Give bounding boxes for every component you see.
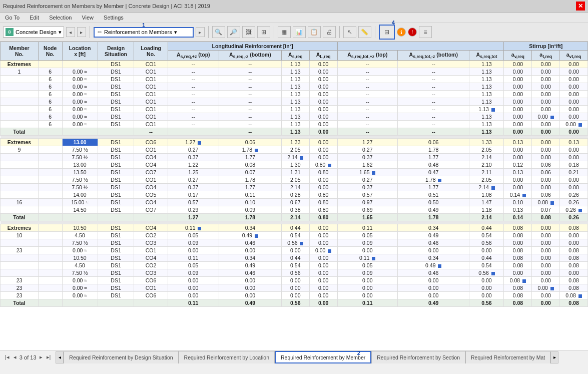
node-cell [38,61,62,68]
astop-cell: -- [168,98,219,106]
settings-button[interactable]: ≡ [419,26,432,38]
asreq-cell: 0.28 [281,191,309,199]
tottop-cell: 0.05 [337,262,397,269]
member-no-cell [1,113,39,121]
tab-location[interactable]: Required Reinforcement by Location [179,351,275,363]
avreq-cell: 0.00 [504,154,532,161]
design-dropdown[interactable]: ⚙ Concrete Design ▾ [3,27,64,38]
nav-prev-button[interactable]: ◂ [66,27,75,37]
totreq-cell: 1.13 [469,91,504,98]
design-cell: DS1 [98,61,134,68]
member-no-cell [1,98,39,106]
asbot-cell: -- [219,76,281,83]
node-cell: 6 [38,106,62,113]
layout-button[interactable]: ⊟ [381,26,392,38]
filter-button[interactable]: 🔎 [227,26,240,38]
page-last-button[interactable]: ▸| [46,353,52,361]
loading-cell: -- [134,128,168,136]
tab-mat[interactable]: Required Reinforcement by Mat [465,351,550,363]
data-button[interactable]: 📊 [293,26,306,38]
tottop-cell: 0.05 [337,232,397,239]
table-row: ExtremesDS1CO1----1.130.00----1.130.000.… [1,61,588,68]
asbot-cell: 1.77 [219,184,281,191]
tottop-cell: -- [337,98,397,106]
member-no-cell [1,206,39,214]
tottop-cell: 0.69 [337,206,397,214]
node-cell [38,239,62,247]
design-cell: DS1 [98,68,134,76]
tottop-cell: 0.37 [337,184,397,191]
alreq-cell: 0.00 [309,68,337,76]
alreq-cell: 0.80 [309,199,337,206]
loading-cell: CO1 [134,83,168,91]
avtreq-cell: 0.00 [560,106,588,113]
alreq-cell: 0.00 [309,106,337,113]
page-prev-button[interactable]: ◂ [13,353,18,361]
astop-cell: 0.11 [168,299,219,307]
atreq-cell: 0.07 [532,206,560,214]
atreq-cell: 0.00 [532,299,560,307]
info-button[interactable]: ℹ [397,28,406,37]
asbot-cell: -- [219,106,281,113]
col-at-req: at,req [532,51,560,61]
alreq-cell: 0.00 [309,184,337,191]
page-next-button[interactable]: ▸ [39,353,44,361]
avtreq-cell: 0.08 [560,292,588,299]
totbot-cell: 1.78 [398,146,469,154]
menu-edit[interactable]: Edit [28,14,41,22]
measure-button[interactable]: 📏 [358,26,371,38]
loading-cell: CO6 [134,139,168,146]
member-no-cell: 16 [1,199,39,206]
asreq-cell: 1.13 [281,128,309,136]
print-button[interactable]: 🖨 [323,26,336,38]
design-cell: DS1 [98,184,134,191]
totbot-cell: 0.00 [398,292,469,299]
tabs-scroll-right[interactable]: ▸ [550,351,558,363]
cursor-button[interactable]: ↖ [343,26,356,38]
node-cell [38,284,62,292]
avreq-cell: 0.10 [504,199,532,206]
photo-button[interactable]: 🖼 [242,26,255,38]
asbot-cell: 1.78 [219,176,281,184]
design-cell: DS1 [98,262,134,269]
totreq-cell: 0.56 [469,299,504,307]
export-button[interactable]: 📋 [308,26,321,38]
grid-button[interactable]: ▦ [278,26,291,38]
table-row: Extremes10.50DS1CO40.11 0.340.440.000.11… [1,224,588,232]
location-cell: 0.00 ≈ [62,91,98,98]
astop-cell: -- [168,91,219,98]
tab-section[interactable]: Required Reinforcement by Section [371,351,465,363]
tabs-container: ◂ Required Reinforcement by Design Situa… [56,351,558,363]
loading-cell [134,214,168,221]
table-button[interactable]: ⊞ [257,26,270,38]
totreq-cell: 0.00 [469,292,504,299]
view-nav-button[interactable]: ▸ [196,27,205,37]
menu-settings[interactable]: Settings [102,14,126,22]
astop-cell: 0.00 [168,284,219,292]
close-button[interactable]: ✕ [576,2,585,11]
page-first-button[interactable]: |◂ [4,353,11,361]
warning-button[interactable]: ! [408,28,417,37]
view-dropdown-label: Reinforcement on Members [104,29,172,35]
totreq-cell: 2.11 [469,169,504,176]
atreq-cell: 0.00 [532,292,560,299]
location-cell: 7.50 ½ [62,146,98,154]
totbot-cell: -- [398,68,469,76]
astop-cell: 0.05 [168,232,219,239]
menu-selection[interactable]: Selection [47,14,74,22]
menu-view[interactable]: View [80,14,96,22]
node-cell: 6 [38,83,62,91]
asreq-cell: 2.14 [281,214,309,221]
tab-design-situation[interactable]: Required Reinforcement by Design Situati… [64,351,178,363]
menu-goto[interactable]: Go To [3,14,22,22]
member-no-cell [1,176,39,184]
loading-cell: CO2 [134,232,168,239]
view-dropdown[interactable]: ✏ Reinforcement on Members ▾ [94,27,194,38]
title-bar: Required Reinforcement on Members by Mem… [0,0,588,13]
nav-next-button[interactable]: ▸ [77,27,86,37]
col-tot-req: As,req,tot [469,51,504,61]
tabs-scroll-left[interactable]: ◂ [56,351,64,363]
design-cell [98,299,134,307]
avtreq-cell: 0.26 [560,206,588,214]
search-button[interactable]: 🔍 [212,26,225,38]
